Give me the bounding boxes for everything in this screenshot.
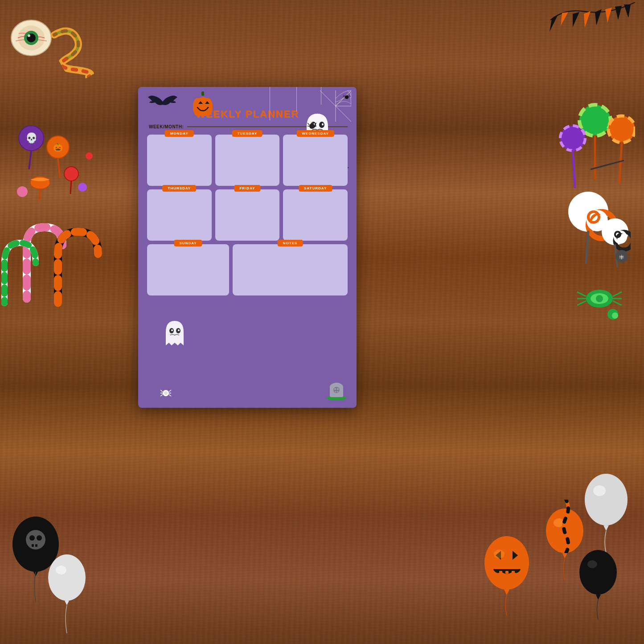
saturday-box: SATURDAY	[283, 189, 348, 241]
bottom-row: SUNDAY NOTES	[147, 244, 348, 295]
friday-box: FRIDAY	[215, 189, 280, 241]
svg-rect-55	[201, 91, 204, 96]
svg-point-99	[334, 388, 336, 390]
notes-label: NOTES	[278, 240, 303, 246]
sunday-label: SUNDAY	[174, 240, 202, 246]
svg-point-89	[164, 391, 168, 395]
tuesday-label: TUESDAY	[232, 130, 263, 137]
thursday-box: THURSDAY	[147, 189, 212, 241]
bat-decoration-left	[147, 94, 178, 113]
spider-thread-1	[296, 87, 297, 111]
tuesday-box: TUESDAY	[215, 135, 280, 186]
svg-line-65	[336, 106, 351, 122]
svg-line-93	[169, 390, 171, 392]
week-month-label: WEEK/MONTH:	[149, 124, 184, 129]
notes-box: NOTES	[233, 244, 348, 295]
svg-point-86	[171, 329, 173, 331]
wednesday-label: WEDNESDAY	[297, 130, 334, 137]
svg-point-100	[337, 388, 339, 390]
svg-line-68	[320, 90, 336, 106]
svg-line-90	[160, 390, 163, 392]
days-grid: MONDAY TUESDAY WEDNESDAY THURSDAY FRIDAY…	[147, 135, 348, 241]
svg-point-79	[309, 123, 315, 129]
svg-line-95	[169, 394, 171, 396]
planner-card: WEEKLY PLANNER WEEK/MONTH: MONDAY TUESDA…	[138, 87, 357, 408]
svg-line-82	[315, 123, 316, 125]
svg-line-80	[308, 123, 309, 125]
svg-line-92	[160, 394, 163, 396]
svg-point-69	[345, 95, 349, 99]
svg-point-77	[322, 123, 324, 126]
sunday-box: SUNDAY	[147, 244, 229, 295]
friday-label: FRIDAY	[234, 185, 260, 192]
svg-rect-61	[200, 107, 201, 109]
svg-line-72	[349, 95, 350, 96]
monday-box: MONDAY	[147, 135, 212, 186]
monday-label: MONDAY	[165, 130, 194, 137]
thursday-label: THURSDAY	[162, 185, 196, 192]
svg-line-70	[343, 95, 345, 96]
svg-point-87	[178, 329, 180, 331]
spider-thread-2	[270, 87, 270, 120]
svg-rect-62	[204, 107, 206, 109]
svg-point-98	[333, 387, 340, 393]
pumpkin-decoration	[192, 91, 214, 120]
spider-bottom-decoration	[160, 389, 172, 400]
tombstone-decoration	[325, 377, 348, 403]
ghost-bottom-decoration	[163, 319, 187, 352]
wednesday-box: WEDNESDAY	[283, 135, 348, 186]
saturday-label: SATURDAY	[299, 185, 332, 192]
svg-point-75	[319, 122, 324, 128]
